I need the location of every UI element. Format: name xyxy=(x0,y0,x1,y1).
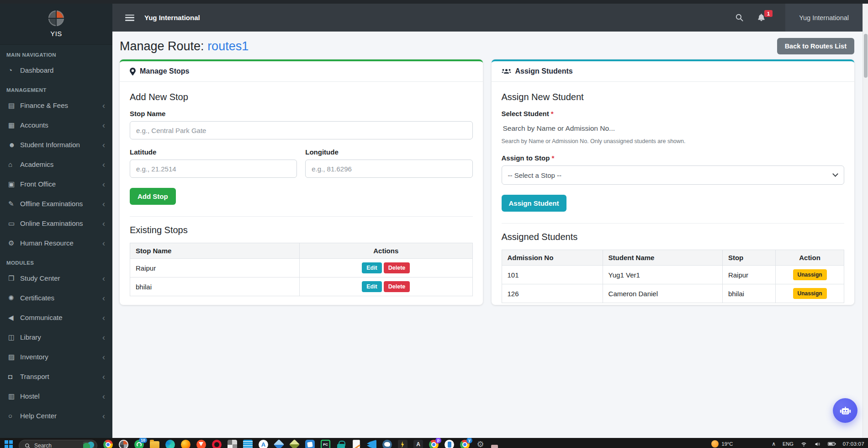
chatbot-button[interactable] xyxy=(833,398,857,423)
sidebar-item-accounts[interactable]: ▦ Accounts xyxy=(0,115,112,135)
clock[interactable]: 07:03:07 xyxy=(843,441,864,447)
latitude-input[interactable] xyxy=(130,160,297,178)
pie-profile-icon[interactable] xyxy=(119,440,128,448)
blue-cube-app-icon[interactable] xyxy=(274,439,284,448)
add-new-stop-heading: Add New Stop xyxy=(130,92,473,102)
sidebar-item-library[interactable]: ◫ Library xyxy=(0,327,112,347)
brave-icon[interactable] xyxy=(196,440,206,448)
seal-icon: ✺ xyxy=(8,294,20,302)
search-icon[interactable] xyxy=(735,13,744,22)
battery-icon[interactable] xyxy=(828,442,836,446)
notification-count-badge: 1 xyxy=(764,10,773,17)
sidebar-item-human-resource[interactable]: ⚙ Human Resource xyxy=(0,233,112,253)
snipping-tool-icon[interactable] xyxy=(228,440,237,448)
camera-app-icon[interactable] xyxy=(305,440,315,448)
stop-name-input[interactable] xyxy=(130,121,473,139)
chevron-left-icon xyxy=(102,160,105,169)
sidebar-item-offline-examinations[interactable]: ✎ Offline Examinations xyxy=(0,194,112,213)
assign-student-button[interactable]: Assign Student xyxy=(502,195,566,212)
longitude-input[interactable] xyxy=(305,160,472,178)
wifi-icon[interactable] xyxy=(800,441,807,447)
whatsapp-icon[interactable]: 10 xyxy=(134,440,144,448)
longitude-label: Longitude xyxy=(305,148,472,156)
file-explorer-icon[interactable] xyxy=(150,441,159,448)
volume-icon[interactable] xyxy=(814,441,821,447)
document-editor-icon[interactable] xyxy=(353,440,360,448)
table-row: bhilai EditDelete xyxy=(130,277,473,296)
chevron-left-icon xyxy=(102,274,105,283)
sidebar-item-study-center[interactable]: ❒ Study Center xyxy=(0,268,112,288)
sidebar-item-hostel[interactable]: ▥ Hostel xyxy=(0,386,112,406)
chrome-profile-p-icon[interactable]: p xyxy=(429,440,439,448)
add-stop-button[interactable]: Add Stop xyxy=(130,188,176,205)
student-name-cell: Cameron Daniel xyxy=(603,284,722,303)
chrome-profile-y-icon[interactable]: y xyxy=(460,440,470,448)
sidebar-item-student-information[interactable]: ☻ Student Information xyxy=(0,135,112,155)
page-scrollbar[interactable] xyxy=(863,4,868,438)
on-screen-keyboard-icon[interactable] xyxy=(491,445,498,448)
taskbar-search[interactable]: Search xyxy=(19,440,97,448)
sidebar-item-online-examinations[interactable]: ▭ Online Examinations xyxy=(0,213,112,233)
sidebar-item-communicate[interactable]: ◀ Communicate xyxy=(0,308,112,327)
user-menu[interactable]: Yug International xyxy=(785,4,863,32)
unassign-button[interactable]: Unassign xyxy=(793,269,827,280)
chrome-icon[interactable] xyxy=(103,440,113,448)
school-icon: ⌂ xyxy=(8,160,20,168)
map-pin-icon xyxy=(130,68,136,75)
weather-widget[interactable]: 19°C xyxy=(711,440,733,448)
stop-name-label: Stop Name xyxy=(130,110,473,117)
menu-toggle-icon[interactable] xyxy=(125,15,134,21)
opera-icon[interactable] xyxy=(212,440,222,448)
building-icon: ▥ xyxy=(8,392,20,400)
pycharm-icon[interactable]: PC xyxy=(321,440,330,448)
edit-stop-button[interactable]: Edit xyxy=(362,262,382,273)
firefox-icon[interactable] xyxy=(181,440,191,448)
notes-app-icon[interactable] xyxy=(243,440,253,448)
notifications-bell-icon[interactable]: 1 xyxy=(757,14,765,21)
windows-start-icon[interactable] xyxy=(5,440,13,448)
language-indicator[interactable]: ENG xyxy=(783,441,794,447)
scrollbar-thumb[interactable] xyxy=(864,34,868,78)
logo-block[interactable]: YIS xyxy=(0,4,112,45)
stop-name-cell: Raipur xyxy=(130,259,300,277)
route-name-link[interactable]: routes1 xyxy=(207,39,249,53)
tray-expand-icon[interactable]: ∧ xyxy=(772,441,776,447)
settings-gear-icon[interactable]: ⚙ xyxy=(476,440,485,448)
top-navbar: Yug International 1 Yug International xyxy=(112,4,868,32)
olive-cube-app-icon[interactable] xyxy=(289,439,300,448)
edit-stop-button[interactable]: Edit xyxy=(362,281,382,292)
vscode-icon[interactable] xyxy=(367,440,376,448)
postgresql-icon[interactable] xyxy=(382,440,392,448)
sidebar-item-transport[interactable]: ◘ Transport xyxy=(0,367,112,386)
sidebar-item-certificates[interactable]: ✺ Certificates xyxy=(0,288,112,308)
column-header-actions: Actions xyxy=(300,243,473,259)
sidebar-item-academics[interactable]: ⌂ Academics xyxy=(0,155,112,174)
assigned-students-table: Admission No Student Name Stop Action 10… xyxy=(502,250,845,303)
lightning-app-icon[interactable] xyxy=(398,440,408,448)
door-app-icon[interactable] xyxy=(445,440,454,448)
sidebar-item-dashboard[interactable]: ◔ Dashboard xyxy=(0,60,112,80)
sidebar-item-front-office[interactable]: ▣ Front Office xyxy=(0,174,112,194)
windows-taskbar: Search 10 A PC A p y ⚙ 19°C ∧ ENG xyxy=(0,438,868,448)
unassign-button[interactable]: Unassign xyxy=(793,288,827,299)
stop-select-dropdown[interactable]: -- Select a Stop -- xyxy=(502,165,845,185)
lock-app-icon[interactable] xyxy=(336,440,346,448)
column-header-action: Action xyxy=(776,250,844,266)
dark-a-app-icon[interactable]: A xyxy=(413,440,423,448)
chevron-left-icon xyxy=(102,333,105,341)
student-search-input[interactable] xyxy=(502,121,845,136)
required-mark: * xyxy=(551,110,554,117)
laptop-icon: ▭ xyxy=(8,219,20,228)
admission-no-cell: 101 xyxy=(502,266,603,284)
users-gear-icon: ⚙ xyxy=(8,239,20,247)
sidebar-item-help-center[interactable]: ○ Help Center xyxy=(0,406,112,426)
sidebar-item-finance-fees[interactable]: ▤ Finance & Fees xyxy=(0,96,112,115)
back-to-routes-button[interactable]: Back to Routes List xyxy=(777,38,854,54)
logo-text: YIS xyxy=(50,30,62,37)
edge-icon[interactable] xyxy=(165,440,175,448)
graduation-cap-icon: ✎ xyxy=(8,200,20,208)
delete-stop-button[interactable]: Delete xyxy=(384,281,410,292)
delete-stop-button[interactable]: Delete xyxy=(384,262,410,273)
sidebar-item-inventory[interactable]: ▨ Inventory xyxy=(0,347,112,367)
circle-a-app-icon[interactable]: A xyxy=(259,440,268,448)
